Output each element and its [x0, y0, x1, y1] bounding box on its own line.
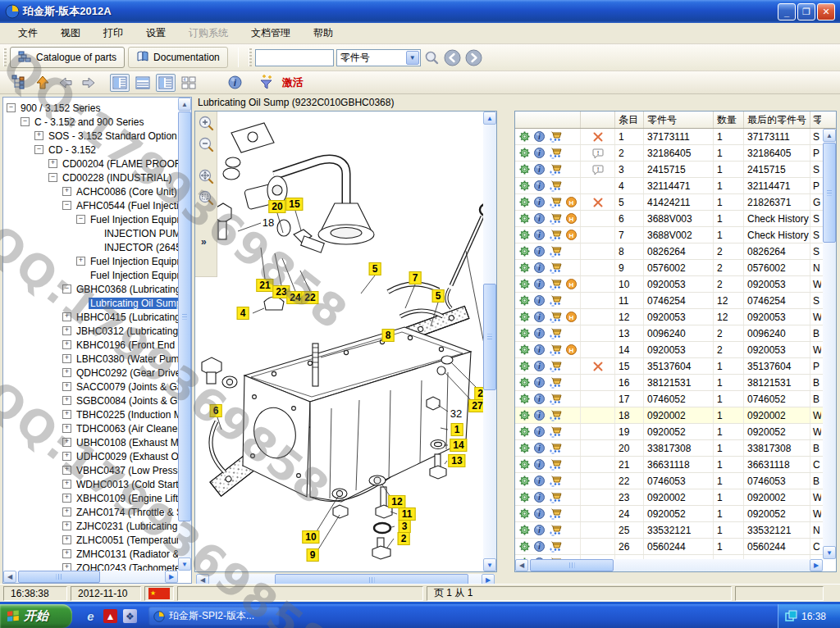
- app-shortcut-icon[interactable]: ❖: [123, 609, 137, 623]
- diagram-scroll-down[interactable]: ▼: [483, 558, 496, 571]
- gear-icon[interactable]: [519, 459, 530, 470]
- info-icon[interactable]: i: [534, 426, 545, 437]
- info-icon[interactable]: i: [225, 74, 244, 92]
- view-split-button[interactable]: [156, 74, 176, 92]
- tree-expand-icon[interactable]: +: [62, 507, 71, 517]
- tree-expand-icon[interactable]: +: [62, 410, 71, 419]
- tree-item[interactable]: +XBHC0109 (Engine Lifting: [3, 491, 178, 505]
- diagram-hotspot-label[interactable]: 32: [448, 408, 464, 420]
- add-to-cart-icon[interactable]: [549, 476, 562, 487]
- tree-vscrollbar[interactable]: ▲ ▼: [178, 98, 191, 571]
- menu-item[interactable]: 帮助: [302, 23, 345, 43]
- add-to-cart-icon[interactable]: [549, 344, 562, 356]
- tree-item[interactable]: +ZJHC0231 (Lubricating Oil: [3, 519, 178, 533]
- zoom-out-icon[interactable]: [197, 135, 215, 153]
- tree-item[interactable]: +ZQHC0243 (Tachometer &: [3, 561, 178, 571]
- diagram-hotspot-label[interactable]: 7: [409, 271, 422, 284]
- gear-icon[interactable]: [519, 328, 530, 339]
- add-to-cart-icon[interactable]: [549, 377, 562, 389]
- tree-collapse-icon[interactable]: −: [7, 103, 16, 112]
- tree-item[interactable]: +HBHC0415 (Lubricating Oil: [3, 310, 178, 324]
- tree-expand-icon[interactable]: +: [62, 424, 71, 433]
- zoom-rect-icon[interactable]: [197, 189, 215, 207]
- tree-item[interactable]: +SGBC0084 (Joints & Gaske: [3, 394, 178, 407]
- view-details-button[interactable]: [133, 74, 153, 92]
- search-button[interactable]: [422, 48, 441, 67]
- info-icon[interactable]: i: [534, 344, 545, 355]
- tree-item[interactable]: +UBHC0108 (Exhaust Manif: [3, 435, 178, 449]
- info-icon[interactable]: i: [534, 361, 545, 371]
- note-bubble-icon[interactable]: !: [592, 148, 604, 159]
- add-to-cart-icon[interactable]: [549, 295, 562, 307]
- pan-icon[interactable]: [197, 167, 215, 185]
- add-to-cart-icon[interactable]: [549, 312, 562, 323]
- table-row[interactable]: iH73688V0021Check HistoryS: [515, 227, 823, 243]
- tree-expand-icon[interactable]: +: [62, 563, 71, 571]
- info-icon[interactable]: i: [534, 262, 545, 273]
- gear-icon[interactable]: [519, 279, 530, 289]
- tree-scroll-left[interactable]: ◀: [3, 571, 16, 583]
- tree-scroll-down[interactable]: ▼: [178, 557, 191, 571]
- tree-item[interactable]: Lubricating Oil Sump (9: [3, 296, 178, 310]
- history-icon[interactable]: H: [566, 344, 577, 355]
- add-to-cart-icon[interactable]: [549, 525, 562, 536]
- table-row[interactable]: i13009624020096240B: [515, 325, 823, 342]
- add-to-cart-icon[interactable]: [549, 213, 562, 225]
- zoom-in-icon[interactable]: [197, 114, 215, 132]
- tree-item[interactable]: +ZLHC0051 (Temperature (: [3, 533, 178, 547]
- table-row[interactable]: i1535137604135137604P: [515, 358, 823, 375]
- gear-icon[interactable]: [519, 213, 530, 224]
- tree-item[interactable]: +LBHC0380 (Water Pump &: [3, 352, 178, 366]
- search-input[interactable]: [255, 49, 334, 66]
- tree-item[interactable]: +ZMHC0131 (Radiator & Cc: [3, 547, 178, 561]
- filter-funnel-icon[interactable]: [256, 74, 276, 92]
- diagram-scroll-up[interactable]: ▲: [483, 111, 496, 125]
- tray-icon[interactable]: [785, 610, 797, 622]
- gear-icon[interactable]: [519, 541, 530, 552]
- info-icon[interactable]: i: [534, 328, 545, 339]
- diagram-hotspot-label[interactable]: 5: [432, 289, 445, 303]
- not-available-icon[interactable]: [593, 132, 603, 142]
- diagram-hotspot-label[interactable]: 2: [398, 532, 410, 545]
- tree-expand-icon[interactable]: +: [34, 131, 43, 140]
- gear-icon[interactable]: [519, 410, 530, 421]
- tree-item[interactable]: +ACHC0086 (Core Unit): [3, 184, 178, 198]
- column-header[interactable]: 零件号: [644, 111, 714, 128]
- diagram-hotspot-label[interactable]: 4: [237, 307, 249, 320]
- table-row[interactable]: i1638121531138121531B: [515, 375, 823, 391]
- tree-collapse-icon[interactable]: −: [21, 117, 30, 126]
- tree-hscroll-thumb[interactable]: [18, 571, 100, 583]
- menu-item[interactable]: 设置: [135, 23, 177, 43]
- table-row[interactable]: i26056024410560244C: [515, 539, 823, 555]
- add-to-cart-icon[interactable]: [549, 492, 562, 503]
- add-to-cart-icon[interactable]: [549, 164, 562, 175]
- table-row[interactable]: iH63688V0031Check HistoryS: [515, 211, 823, 227]
- tree-item[interactable]: INJECTOR (264569: [3, 240, 178, 254]
- view-list-panel-button[interactable]: [110, 74, 130, 92]
- add-to-cart-icon[interactable]: [549, 131, 562, 143]
- table-scroll-down[interactable]: ▼: [823, 546, 836, 559]
- diagram-hotspot-label[interactable]: 3: [399, 520, 411, 533]
- info-icon[interactable]: i: [534, 180, 545, 191]
- tree-expand-icon[interactable]: +: [62, 354, 71, 363]
- tree-expand-icon[interactable]: +: [62, 549, 71, 558]
- tree-item[interactable]: +WDHC0013 (Cold Start Sy: [3, 477, 178, 491]
- info-icon[interactable]: i: [534, 541, 545, 552]
- gear-icon[interactable]: [519, 525, 530, 535]
- table-row[interactable]: iH120920053120920053W: [515, 309, 823, 325]
- add-to-cart-icon[interactable]: [549, 246, 562, 257]
- diagram-vscrollbar[interactable]: ▲ ▼: [483, 111, 496, 571]
- info-icon[interactable]: i: [534, 394, 545, 404]
- gear-icon[interactable]: [519, 197, 530, 207]
- tree-item[interactable]: +UDHC0029 (Exhaust Outle: [3, 449, 178, 463]
- tree-expand-icon[interactable]: +: [62, 494, 71, 503]
- table-row[interactable]: i18092000210920002W: [515, 407, 823, 424]
- add-to-cart-icon[interactable]: [549, 541, 562, 553]
- add-to-cart-icon[interactable]: [549, 148, 562, 159]
- add-to-cart-icon[interactable]: [549, 394, 562, 405]
- tree-expand-icon[interactable]: +: [48, 159, 57, 168]
- tree-item[interactable]: −CD00228 (INDUSTRIAL): [3, 171, 178, 184]
- tab-catalogue-of-parts[interactable]: Catalogue of parts: [10, 47, 125, 68]
- info-icon[interactable]: i: [534, 492, 545, 503]
- info-icon[interactable]: i: [534, 476, 545, 486]
